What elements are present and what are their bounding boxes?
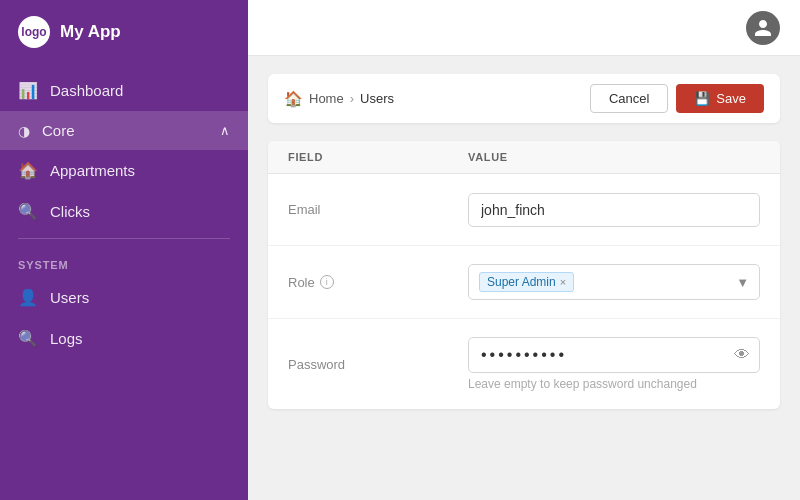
sidebar-header: logo My App [0,0,248,64]
form-table: FIELD VALUE Email Role i [268,141,780,409]
sidebar-item-label: Dashboard [50,82,123,99]
chevron-up-icon: ∧ [220,123,230,138]
home-icon: 🏠 [284,90,303,108]
password-field-wrapper: 👁 Leave empty to keep password unchanged [468,337,760,391]
system-section-label: SYSTEM [0,245,248,277]
logo: logo [18,16,50,48]
sidebar-item-label: Appartments [50,162,135,179]
avatar[interactable] [746,11,780,45]
app-name: My App [60,22,121,42]
sidebar-divider [18,238,230,239]
content-area: 🏠 Home › Users Cancel 💾 Save FIELD VALUE [248,56,800,500]
role-info-icon[interactable]: i [320,275,334,289]
role-tag-remove[interactable]: × [560,276,566,288]
col-value-header: VALUE [468,151,508,163]
main-content: 🏠 Home › Users Cancel 💾 Save FIELD VALUE [248,0,800,500]
role-select[interactable]: Super Admin × ▼ [468,264,760,300]
sidebar-item-label: Clicks [50,203,90,220]
breadcrumb: 🏠 Home › Users Cancel 💾 Save [268,74,780,123]
clicks-icon: 🔍 [18,202,38,221]
col-field-header: FIELD [288,151,468,163]
role-dropdown-icon: ▼ [736,275,749,290]
topbar [248,0,800,56]
users-icon: 👤 [18,288,38,307]
breadcrumb-current: Users [360,91,394,106]
breadcrumb-separator: › [350,91,354,106]
sidebar-item-label: Users [50,289,89,306]
sidebar-item-label: Core [42,122,75,139]
logo-text: logo [21,25,46,39]
email-field[interactable] [468,193,760,227]
password-label: Password [288,357,468,372]
sidebar-item-logs[interactable]: 🔍 Logs [0,318,248,359]
save-button[interactable]: 💾 Save [676,84,764,113]
email-label: Email [288,202,468,217]
save-icon: 💾 [694,91,710,106]
breadcrumb-home-link[interactable]: Home [309,91,344,106]
save-label: Save [716,91,746,106]
role-label: Role i [288,275,468,290]
sidebar-nav: 📊 Dashboard ◑ Core ∧ 🏠 Appartments 🔍 Cli… [0,64,248,500]
core-icon: ◑ [18,123,30,139]
sidebar-item-users[interactable]: 👤 Users [0,277,248,318]
sidebar-item-core[interactable]: ◑ Core ∧ [0,111,248,150]
form-table-header: FIELD VALUE [268,141,780,174]
apartments-icon: 🏠 [18,161,38,180]
password-hint: Leave empty to keep password unchanged [468,377,760,391]
sidebar-item-clicks[interactable]: 🔍 Clicks [0,191,248,232]
role-tag: Super Admin × [479,272,574,292]
cancel-button[interactable]: Cancel [590,84,668,113]
sidebar-item-dashboard[interactable]: 📊 Dashboard [0,70,248,111]
form-row-password: Password 👁 Leave empty to keep password … [268,319,780,409]
sidebar-item-label: Logs [50,330,83,347]
logs-icon: 🔍 [18,329,38,348]
email-field-wrapper [468,193,760,227]
sidebar-item-apartments[interactable]: 🏠 Appartments [0,150,248,191]
sidebar: logo My App 📊 Dashboard ◑ Core ∧ 🏠 Appar… [0,0,248,500]
password-field[interactable] [468,337,760,373]
dashboard-icon: 📊 [18,81,38,100]
form-row-role: Role i Super Admin × ▼ [268,246,780,319]
form-row-email: Email [268,174,780,246]
eye-icon[interactable]: 👁 [734,346,750,364]
breadcrumb-actions: Cancel 💾 Save [590,84,764,113]
password-wrapper: 👁 [468,337,760,373]
role-field-wrapper: Super Admin × ▼ [468,264,760,300]
